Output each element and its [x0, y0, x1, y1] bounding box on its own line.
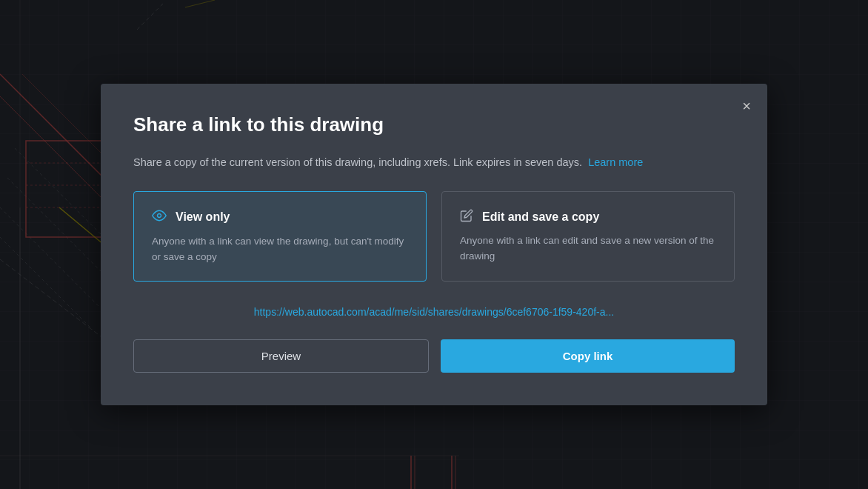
preview-button[interactable]: Preview	[133, 339, 429, 373]
options-row: View only Anyone with a link can view th…	[133, 191, 735, 282]
view-only-header: View only	[152, 208, 408, 225]
edit-copy-header: Edit and save a copy	[460, 209, 716, 224]
modal-overlay: × Share a link to this drawing Share a c…	[0, 0, 868, 489]
view-only-title: View only	[176, 210, 230, 224]
edit-copy-desc: Anyone with a link can edit and save a n…	[460, 233, 716, 264]
svg-point-22	[158, 214, 161, 218]
view-only-desc: Anyone with a link can view the drawing,…	[152, 234, 408, 265]
eye-icon	[152, 208, 167, 225]
edit-copy-title: Edit and save a copy	[482, 210, 599, 224]
close-button[interactable]: ×	[738, 96, 755, 116]
learn-more-link[interactable]: Learn more	[588, 156, 643, 168]
pencil-icon	[460, 209, 473, 224]
action-buttons: Preview Copy link	[133, 339, 735, 373]
modal-description: Share a copy of the current version of t…	[133, 154, 735, 170]
edit-copy-option[interactable]: Edit and save a copy Anyone with a link …	[441, 191, 735, 282]
share-modal: × Share a link to this drawing Share a c…	[101, 84, 767, 405]
modal-title: Share a link to this drawing	[133, 113, 735, 136]
share-url-link[interactable]: https://web.autocad.com/acad/me/sid/shar…	[254, 306, 614, 318]
share-link-container: https://web.autocad.com/acad/me/sid/shar…	[133, 305, 735, 319]
copy-link-button[interactable]: Copy link	[441, 339, 735, 373]
view-only-option[interactable]: View only Anyone with a link can view th…	[133, 191, 427, 282]
